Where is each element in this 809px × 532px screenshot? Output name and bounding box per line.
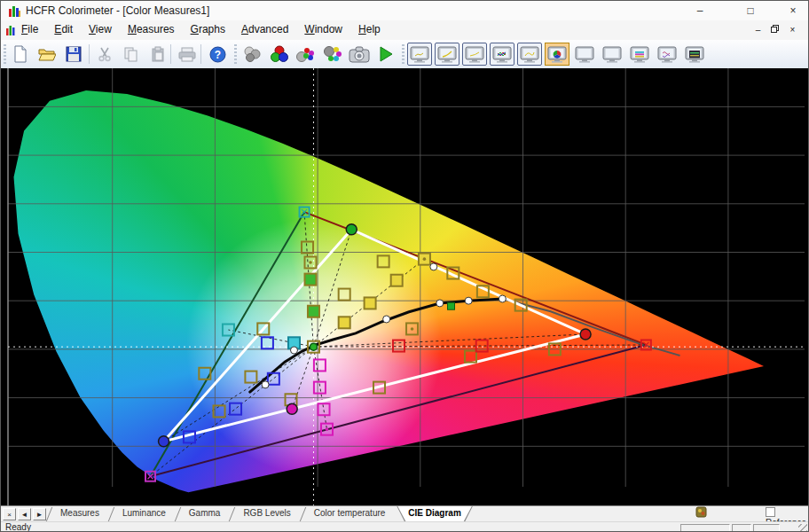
toolbar-separator	[89, 44, 90, 64]
tab-scroll-left-button[interactable]: ◄	[18, 508, 31, 520]
checkbox-icon[interactable]	[766, 507, 775, 517]
sensors-gray-button[interactable]	[240, 43, 265, 66]
tab-rgb-levels[interactable]: RGB Levels	[232, 506, 302, 522]
menu-bar: FileEditViewMeasuresGraphsAdvancedWindow…	[1, 20, 808, 41]
measurement-point	[314, 359, 326, 371]
saturation-sweep-line	[228, 330, 313, 347]
copy-button[interactable]	[119, 43, 144, 66]
measured-red-primary	[580, 329, 591, 340]
measurement-point	[262, 337, 273, 348]
status-cell	[680, 524, 730, 532]
toolbar-separator	[200, 44, 201, 64]
svg-text:?: ?	[214, 49, 220, 61]
open-button[interactable]	[35, 43, 59, 66]
cie-diagram-chart[interactable]	[1, 68, 809, 505]
illuminant-a-marker	[448, 302, 455, 309]
illuminant-point	[436, 300, 444, 307]
print-button[interactable]	[175, 43, 200, 66]
toolbar-grip[interactable]	[402, 44, 404, 64]
app-window: HCFR Colorimeter - [Color Measures1] – □…	[0, 0, 809, 532]
illuminant-point	[499, 295, 506, 302]
marker-dot	[411, 327, 414, 331]
title-bar: HCFR Colorimeter - [Color Measures1] – □…	[1, 1, 808, 21]
tab-cie-diagram[interactable]: CIE Diagram	[397, 506, 472, 522]
view-waves-button[interactable]	[655, 43, 679, 66]
measurement-point	[465, 351, 476, 363]
measurement-point	[305, 274, 317, 286]
measurement-point	[391, 275, 403, 286]
illuminant-point	[465, 297, 472, 304]
measured-green-primary	[346, 224, 357, 235]
view-luminance-button[interactable]	[435, 43, 459, 66]
help-button[interactable]: ?	[205, 43, 230, 66]
view-gamma-button[interactable]	[462, 43, 487, 66]
app-icon	[8, 4, 21, 17]
toolbar-grip[interactable]	[234, 44, 237, 64]
view-bands-button[interactable]	[627, 43, 652, 66]
save-button[interactable]	[61, 43, 86, 66]
sensors-rgb-button[interactable]	[267, 43, 292, 66]
measurement-point	[245, 372, 256, 383]
measurement-point	[314, 382, 326, 394]
tab-scroll-right-button[interactable]: ►	[33, 508, 46, 520]
capture-button[interactable]	[347, 43, 372, 66]
close-button[interactable]: ×	[778, 3, 808, 19]
view-blank2-button[interactable]	[600, 43, 624, 66]
status-cell	[753, 524, 780, 532]
mdi-close-button[interactable]: ×	[785, 24, 800, 36]
toolbar-grip[interactable]	[4, 44, 6, 64]
illuminant-point	[430, 263, 437, 270]
illuminant-point	[290, 347, 297, 354]
menu-advanced[interactable]: Advanced	[233, 20, 296, 38]
tab-color-temperature[interactable]: Color temperature	[302, 506, 397, 522]
measurement-point	[365, 297, 376, 309]
run-button[interactable]	[373, 43, 398, 66]
cut-button[interactable]	[92, 43, 117, 66]
tab-gamma[interactable]: Gamma	[177, 506, 232, 522]
minimize-button[interactable]: –	[685, 3, 715, 19]
paste-button[interactable]	[145, 43, 170, 66]
illuminant-point	[262, 381, 269, 388]
illuminant-point	[383, 316, 390, 323]
measurement-point	[230, 403, 241, 415]
menu-graphs[interactable]: Graphs	[183, 20, 233, 38]
view-cie-button[interactable]	[545, 43, 569, 66]
measurement-point	[308, 306, 319, 317]
sensor-status-icon	[695, 506, 707, 518]
menu-help[interactable]: Help	[350, 20, 389, 38]
sensors-full-button[interactable]	[320, 43, 345, 66]
marker-dot	[326, 427, 329, 431]
view-dark-button[interactable]	[682, 43, 707, 66]
mdi-minimize-button[interactable]: –	[750, 24, 766, 36]
reference-gamut-edge	[151, 212, 305, 476]
measured-magenta-primary	[287, 403, 297, 414]
measurement-point	[339, 289, 350, 301]
toolbar: ?	[1, 40, 808, 69]
measurement-point	[302, 242, 313, 254]
tab-measures[interactable]: Measures	[49, 506, 111, 522]
tab-close-button[interactable]: ×	[3, 508, 16, 520]
saturation-sweep-line	[313, 345, 646, 347]
menu-window[interactable]: Window	[296, 20, 350, 38]
measurement-point	[339, 317, 350, 328]
view-curve-button[interactable]	[517, 43, 542, 66]
status-cell	[732, 524, 751, 532]
mdi-restore-button[interactable]	[767, 24, 782, 36]
menu-file[interactable]: File	[13, 20, 46, 38]
measurement-point	[378, 255, 389, 267]
view-measures-button[interactable]	[407, 43, 432, 66]
menu-measures[interactable]: Measures	[120, 20, 183, 38]
measurement-point	[393, 340, 404, 352]
new-button[interactable]	[8, 43, 33, 66]
view-rgb-button[interactable]	[490, 43, 514, 66]
menu-view[interactable]: View	[81, 20, 120, 38]
status-bar: Ready	[1, 521, 808, 532]
maximize-button[interactable]: □	[735, 3, 766, 19]
measurement-point	[318, 403, 330, 415]
tab-luminance[interactable]: Luminance	[111, 506, 177, 522]
resize-grip[interactable]	[798, 524, 807, 532]
menu-edit[interactable]: Edit	[46, 20, 81, 38]
sensors-multi-button[interactable]	[294, 43, 318, 66]
status-text: Ready	[5, 522, 31, 532]
view-blank1-button[interactable]	[572, 43, 597, 66]
